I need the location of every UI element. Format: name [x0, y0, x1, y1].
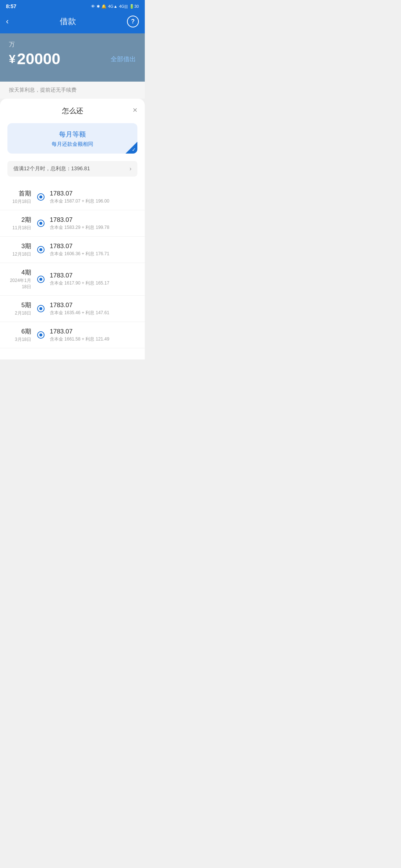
option-subtitle: 每月还款金额相同	[15, 141, 130, 148]
payment-period: 3期 12月18日	[7, 242, 37, 257]
bottom-sheet: 怎么还 × 每月等额 每月还款金额相同 ✓ 借满12个月时，总利息：1396.8…	[0, 99, 145, 359]
back-button[interactable]: ‹	[6, 17, 9, 26]
payment-item: 6期 3月18日 1783.07 含本金 1661.58 + 利息 121.49	[0, 322, 145, 348]
payment-item: 2期 11月18日 1783.07 含本金 1583.29 + 利息 199.7…	[0, 210, 145, 237]
payment-details: 1783.07 含本金 1661.58 + 利息 121.49	[50, 328, 137, 342]
loan-amount: ¥ 20000	[9, 50, 61, 68]
dot-inner	[39, 278, 42, 281]
payment-breakdown: 含本金 1635.46 + 利息 147.61	[50, 310, 137, 316]
sheet-header: 怎么还 ×	[0, 99, 145, 119]
loan-card: 万 ¥ 20000 全部借出	[0, 33, 145, 82]
repayment-option-card[interactable]: 每月等额 每月还款金额相同 ✓	[7, 123, 137, 154]
status-time: 8:57	[6, 3, 16, 9]
payment-dot	[37, 305, 45, 312]
payment-amount: 1783.07	[50, 190, 137, 197]
period-label: 6期	[7, 327, 31, 336]
payment-details: 1783.07 含本金 1587.07 + 利息 196.00	[50, 190, 137, 204]
help-button[interactable]: ?	[127, 16, 139, 27]
payment-period: 4期 2024年1月18日	[7, 268, 37, 290]
payment-dot	[37, 220, 45, 227]
payment-details: 1783.07 含本金 1617.90 + 利息 165.17	[50, 272, 137, 286]
sheet-title: 怎么还	[62, 106, 83, 116]
payment-period: 5期 2月18日	[7, 301, 37, 316]
period-date: 3月18日	[7, 336, 31, 343]
loan-amount-value: 20000	[17, 50, 61, 68]
period-date: 2月18日	[7, 310, 31, 316]
interest-info-row[interactable]: 借满12个月时，总利息：1396.81 ›	[7, 161, 137, 177]
dot-inner	[39, 307, 42, 310]
payment-amount: 1783.07	[50, 243, 137, 250]
payment-details: 1783.07 含本金 1606.36 + 利息 176.71	[50, 243, 137, 257]
page-title: 借款	[60, 16, 76, 27]
payment-dot	[37, 276, 45, 283]
period-date: 11月18日	[7, 225, 31, 231]
payment-dot	[37, 246, 45, 253]
period-label: 3期	[7, 242, 31, 250]
header: ‹ 借款 ?	[0, 12, 145, 33]
all-out-button[interactable]: 全部借出	[111, 55, 136, 63]
payment-item: 5期 2月18日 1783.07 含本金 1635.46 + 利息 147.61	[0, 296, 145, 322]
payment-period: 6期 3月18日	[7, 327, 37, 343]
payment-dot	[37, 193, 45, 201]
checkmark-icon: ✓	[132, 147, 136, 152]
period-date: 2024年1月18日	[7, 277, 31, 290]
bluetooth-icon: ✱	[97, 4, 100, 9]
payment-amount: 1783.07	[50, 328, 137, 335]
dot-inner	[39, 195, 42, 198]
info-arrow-icon: ›	[130, 165, 131, 172]
payment-breakdown: 含本金 1606.36 + 利息 176.71	[50, 251, 137, 257]
payment-period: 2期 11月18日	[7, 216, 37, 231]
dot-inner	[39, 222, 42, 225]
battery-icon: 🔋30	[129, 4, 139, 9]
loan-amount-row: ¥ 20000 全部借出	[9, 50, 136, 68]
period-label: 5期	[7, 301, 31, 309]
payment-details: 1783.07 含本金 1583.29 + 利息 199.78	[50, 216, 137, 231]
interest-info-text: 借满12个月时，总利息：1396.81	[13, 165, 90, 172]
currency-symbol: ¥	[9, 52, 16, 66]
bell-icon: 🔔	[101, 4, 107, 9]
period-label: 4期	[7, 268, 31, 277]
eye-icon: 👁	[91, 4, 95, 9]
payment-breakdown: 含本金 1583.29 + 利息 199.78	[50, 224, 137, 231]
payment-amount: 1783.07	[50, 216, 137, 224]
status-icons: 👁 ✱ 🔔 4G▲ 4G||| 🔋30	[91, 4, 139, 9]
loan-unit-label: 万	[9, 41, 136, 49]
payment-period: 首期 10月18日	[7, 189, 37, 205]
payment-details: 1783.07 含本金 1635.46 + 利息 147.61	[50, 302, 137, 316]
loan-desc: 按天算利息，提前还无手续费	[0, 82, 145, 99]
period-label: 首期	[7, 189, 31, 198]
payment-breakdown: 含本金 1617.90 + 利息 165.17	[50, 280, 137, 286]
payment-item: 3期 12月18日 1783.07 含本金 1606.36 + 利息 176.7…	[0, 237, 145, 263]
payment-breakdown: 含本金 1587.07 + 利息 196.00	[50, 198, 137, 204]
sheet-close-button[interactable]: ×	[133, 105, 137, 115]
dot-inner	[39, 248, 42, 251]
payment-item: 首期 10月18日 1783.07 含本金 1587.07 + 利息 196.0…	[0, 184, 145, 210]
signal2-icon: 4G|||	[119, 4, 128, 9]
payment-breakdown: 含本金 1661.58 + 利息 121.49	[50, 336, 137, 342]
payment-list: 首期 10月18日 1783.07 含本金 1587.07 + 利息 196.0…	[0, 184, 145, 352]
period-date: 12月18日	[7, 251, 31, 257]
option-title: 每月等额	[15, 130, 130, 139]
payment-amount: 1783.07	[50, 272, 137, 279]
payment-amount: 1783.07	[50, 302, 137, 309]
dot-inner	[39, 333, 42, 336]
signal-icon: 4G▲	[108, 4, 118, 9]
status-bar: 8:57 👁 ✱ 🔔 4G▲ 4G||| 🔋30	[0, 0, 145, 12]
payment-dot	[37, 331, 45, 339]
period-label: 2期	[7, 216, 31, 224]
period-date: 10月18日	[7, 198, 31, 205]
payment-item: 4期 2024年1月18日 1783.07 含本金 1617.90 + 利息 1…	[0, 263, 145, 296]
